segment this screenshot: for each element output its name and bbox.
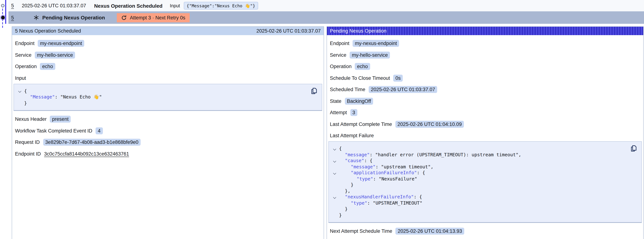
json-line-text: "message": "upstream timeout", — [339, 164, 434, 170]
json-text: } — [351, 182, 354, 188]
field-label: Next Attempt Schedule Time — [330, 228, 392, 234]
copy-icon — [630, 145, 637, 152]
copy-button[interactable] — [630, 145, 638, 152]
field-value-badge: 2025-02-26 UTC 01:04:10.09 — [395, 120, 464, 128]
json-line-gutter — [332, 188, 339, 194]
json-line: "type": "NexusFailure" — [332, 176, 625, 182]
json-line-gutter — [332, 212, 339, 218]
attempt-retry-badge: Attempt 3 · Next Retry 0s — [116, 13, 190, 22]
timeline-solid-line — [5, 0, 6, 24]
event-row-scheduled[interactable]: 5 2025-02-26 UTC 01:03:37.07 Nexus Opera… — [8, 0, 644, 11]
event-history-view: 5 2025-02-26 UTC 01:03:37.07 Nexus Opera… — [0, 0, 644, 239]
field-row: Endpointmy-nexus-endpoint — [330, 40, 640, 47]
field-value-badge: 3e829b7e-7d67-4b08-aad3-b1e868bfe9e0 — [43, 139, 140, 146]
json-key: "type" — [356, 176, 373, 181]
field-label: Endpoint — [330, 41, 350, 46]
json-line-text: "type": "NexusFailure" — [339, 176, 417, 182]
json-text: } — [339, 212, 342, 218]
field-group: Endpointmy-nexus-endpointServicemy-hello… — [330, 40, 640, 128]
json-line-text: { — [24, 88, 27, 94]
json-line-gutter — [332, 152, 339, 158]
field-row: Endpointmy-nexus-endpoint — [15, 40, 321, 47]
json-text: : { — [364, 158, 372, 163]
event-time: 2025-02-26 UTC 01:03:37.07 — [22, 3, 86, 8]
json-line-gutter — [18, 100, 24, 106]
field-label: Endpoint ID — [15, 151, 41, 156]
json-line-gutter — [332, 176, 339, 182]
event-input-label: Input — [170, 3, 180, 8]
field-value-badge: BackingOff — [345, 98, 373, 104]
json-line-gutter — [332, 182, 339, 188]
json-line-gutter — [332, 206, 339, 212]
event-row-pending[interactable]: 5 Pending Nexus Operation Attempt 3 · Ne… — [8, 11, 644, 24]
event-detail-panels: 5 Nexus Operation Scheduled 2025-02-26 U… — [12, 26, 644, 239]
field-value-badge: 2025-02-26 UTC 01:03:37.07 — [369, 86, 437, 93]
json-text: } — [345, 206, 348, 212]
event-input-value-chip: {"Message":"Nexus Echo 👋"} — [184, 2, 258, 10]
retry-icon — [121, 15, 126, 20]
collapse-chevron-icon[interactable] — [332, 146, 339, 152]
json-line-text: "message": "handler error (UPSTREAM_TIME… — [339, 152, 521, 158]
collapse-chevron-icon[interactable] — [332, 170, 339, 176]
collapse-chevron-icon[interactable] — [18, 88, 24, 94]
field-label: Nexus Header — [15, 116, 47, 122]
event-id-link[interactable]: 5 — [11, 15, 14, 20]
collapse-chevron-icon[interactable] — [332, 158, 339, 164]
field-row: StateBackingOff — [330, 97, 640, 105]
field-row: Input — [15, 74, 321, 82]
json-line: } — [18, 100, 306, 106]
field-value-badge: 0s — [393, 74, 403, 82]
json-key: "type" — [351, 200, 367, 206]
event-id-link[interactable]: 5 — [11, 3, 14, 8]
json-text: : "Nexus Echo 👋" — [55, 94, 102, 100]
json-line: "cause": { — [332, 158, 625, 164]
field-row: Scheduled Time2025-02-26 UTC 01:03:37.07 — [330, 86, 640, 93]
field-label: Service — [330, 52, 346, 58]
copy-button[interactable] — [311, 87, 318, 94]
json-text: : { — [417, 170, 425, 175]
event-rows: 5 2025-02-26 UTC 01:03:37.07 Nexus Opera… — [8, 0, 644, 24]
field-label: Service — [15, 52, 32, 58]
field-group: Next Attempt Schedule Time2025-02-26 UTC… — [330, 227, 640, 235]
endpoint-id-link[interactable]: 3c0c75ccfa8144b092c13ce632463761 — [44, 151, 129, 156]
field-label: Operation — [15, 64, 37, 69]
field-label: Attempt — [330, 110, 347, 115]
json-line: "type": "UPSTREAM_TIMEOUT" — [332, 200, 625, 206]
field-row: Workflow Task Completed Event ID4 — [15, 127, 321, 134]
json-line-text: } — [339, 206, 348, 212]
field-value-badge: my-nexus-endpoint — [38, 40, 84, 47]
field-label: State — [330, 98, 342, 104]
field-row: Servicemy-hello-service — [330, 51, 640, 59]
field-value-badge: 2025-02-26 UTC 01:04:13.93 — [396, 228, 464, 234]
field-row: Nexus Headerpresent — [15, 115, 321, 123]
json-line-text: } — [339, 182, 354, 188]
collapse-chevron-icon[interactable] — [332, 194, 339, 200]
json-key: "message" — [351, 164, 376, 169]
field-row: Last Attempt Complete Time2025-02-26 UTC… — [330, 120, 640, 128]
pending-panel-body: Endpointmy-nexus-endpointServicemy-hello… — [327, 35, 643, 239]
field-label: Workflow Task Completed Event ID — [15, 128, 92, 134]
field-label: Last Attempt Complete Time — [330, 121, 392, 127]
json-line: "Message": "Nexus Echo 👋" — [18, 94, 306, 100]
json-line: } — [332, 206, 625, 212]
json-line-text: "Message": "Nexus Echo 👋" — [24, 94, 102, 100]
json-key: "applicationFailureInfo" — [351, 170, 417, 175]
json-text: : "handler error (UPSTREAM_TIMEOUT): ups… — [370, 152, 521, 157]
json-key: "cause" — [345, 158, 364, 163]
json-line-text: } — [24, 100, 27, 106]
json-line-text: { — [339, 146, 342, 152]
json-key: "Message" — [30, 94, 55, 100]
scheduled-panel-header: 5 Nexus Operation Scheduled 2025-02-26 U… — [12, 27, 324, 35]
json-line: } — [332, 182, 625, 188]
field-row: Operationecho — [15, 62, 321, 70]
json-line-text: "applicationFailureInfo": { — [339, 170, 425, 176]
json-text: }, — [345, 188, 350, 194]
pending-spinner-icon — [34, 15, 39, 20]
json-key: "nexusHandlerFailureInfo" — [345, 194, 414, 200]
json-line: } — [332, 212, 625, 218]
field-row: Schedule To Close Timeout0s — [330, 74, 640, 82]
field-value-badge: my-nexus-endpoint — [353, 40, 399, 47]
pending-operation-panel: Pending Nexus Operation Endpointmy-nexus… — [326, 26, 644, 239]
json-line: { — [18, 88, 306, 94]
input-json-codeblock: {"Message": "Nexus Echo 👋"} — [14, 84, 322, 111]
